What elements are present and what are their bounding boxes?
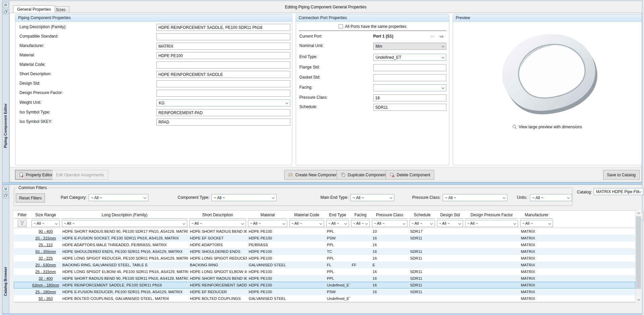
size-range-link[interactable]: 25 - 180mm — [35, 290, 56, 294]
nominal-unit-select[interactable]: Mm — [373, 43, 446, 50]
size-range-link[interactable]: 32 - 225 — [39, 256, 53, 260]
size-range-link[interactable]: 50 - 350 — [39, 297, 53, 301]
next-port-arrow-icon[interactable]: ⇨ — [440, 33, 444, 40]
compatible-standard-input[interactable] — [156, 33, 290, 40]
chevron-down-icon — [430, 222, 433, 224]
filter-design-std-select[interactable]: ~ All ~ — [437, 220, 463, 227]
column-header-pressure-class[interactable]: Pressure Class — [371, 211, 408, 219]
table-scrollbar[interactable] — [635, 210, 641, 302]
size-range-link[interactable]: 25 - 315mm — [35, 270, 56, 274]
manufacturer-input[interactable] — [156, 43, 290, 50]
size-range-link[interactable]: 50 - 355mm — [35, 250, 56, 254]
column-header-size-range[interactable]: Size Range — [31, 211, 61, 219]
weight-unit-select[interactable]: KG — [156, 99, 290, 106]
collapse-panel-button[interactable] — [3, 186, 8, 191]
end-type-select[interactable]: Undefined_ET — [373, 54, 446, 61]
size-range-link[interactable]: 20 - 630mm — [35, 263, 56, 267]
column-header-short-description[interactable]: Short Description — [188, 211, 247, 219]
filter-material-code-select[interactable]: ~ All ~ — [289, 220, 324, 227]
property-editor-button[interactable]: Property Editor — [15, 170, 57, 180]
filter-material-select[interactable]: ~ All ~ — [248, 220, 287, 227]
filter-end-type-select[interactable]: ~ All ~ — [326, 220, 349, 227]
common-filters-group: Common Filters Reset Filters Part Catego… — [14, 188, 573, 206]
table-row[interactable]: 32 - 400 HDPE SHORT RADIUS BEND 90, PE10… — [14, 275, 635, 282]
table-row[interactable]: 25 - 315mm HDPE LONG SPIGOT ELBOW 45, PE… — [14, 268, 635, 275]
column-header-material-code[interactable]: Material Code — [288, 211, 325, 219]
create-new-component-button[interactable]: Create New Component — [284, 170, 343, 180]
column-header-filter[interactable]: Filter — [14, 211, 31, 219]
apply-filter-button[interactable] — [18, 220, 27, 227]
material-code-cell — [288, 235, 325, 241]
column-header-material[interactable]: Material — [247, 211, 288, 219]
table-row[interactable]: 50 - 350 HDPE BOLTED COUPLINGS, GALVANIS… — [14, 295, 635, 302]
part-category-select[interactable]: ~ All ~ — [89, 194, 148, 201]
table-row[interactable]: 20 - 315mm HDPE E-FUSION SOCKET, PE100 S… — [14, 235, 635, 241]
component-type-select[interactable]: ~ All ~ — [211, 194, 277, 201]
main-end-type-select[interactable]: ~ All ~ — [350, 194, 394, 201]
filter-design-pressure-factor-select[interactable]: ~ All ~ — [465, 220, 518, 227]
flange-std-input[interactable] — [373, 64, 446, 71]
material-cell: HDPE PE100 — [247, 288, 288, 295]
catalog-select[interactable]: MATRIX HDPE Pipe Fitt — [594, 188, 643, 195]
float-panel-button[interactable] — [3, 9, 8, 14]
material-input[interactable] — [156, 52, 290, 59]
column-header-schedule[interactable]: Schedule — [408, 211, 436, 219]
previous-port-arrow-icon[interactable]: ⇦ — [430, 33, 435, 40]
column-header-design-pressure-factor[interactable]: Design Pressure Factor — [464, 211, 519, 219]
filter-facing-select[interactable]: ~ All ~ — [351, 220, 370, 227]
column-header-facing[interactable]: Facing — [350, 211, 371, 219]
gasket-std-input[interactable] — [373, 74, 446, 81]
size-range-link[interactable]: 90 - 400 — [39, 229, 53, 233]
size-range-link[interactable]: 20 - 315mm — [35, 236, 56, 240]
float-panel-button[interactable] — [3, 193, 8, 198]
all-ports-checkbox[interactable] — [339, 24, 343, 29]
table-row[interactable]: 90 - 400 HDPE SHORT RADIUS BEND 90, PE10… — [14, 228, 635, 235]
scroll-up-button[interactable] — [636, 210, 641, 216]
design-pressure-factor-input[interactable] — [156, 90, 290, 97]
design-std-cell — [436, 282, 464, 288]
table-row[interactable]: 25 - 180mm HDPE E-FUSION REDUCER, PE100 … — [14, 288, 635, 295]
size-range-link[interactable]: 63mm - 180mm — [32, 283, 59, 287]
reset-filters-button[interactable]: Reset Filters — [16, 193, 45, 203]
units-select[interactable]: ~ All ~ — [530, 194, 572, 201]
tab-general-properties[interactable]: General Properties — [13, 5, 55, 13]
filter-short-description-select[interactable]: ~ All ~ — [189, 220, 246, 227]
iso-symbol-type-input[interactable] — [156, 109, 290, 116]
column-header-long-description[interactable]: Long Description (Family) — [61, 211, 188, 219]
long-description-input[interactable] — [156, 24, 290, 31]
table-row[interactable]: 20 - 630mm BACKING RING, GALVANISED STEE… — [14, 262, 635, 268]
scroll-down-button[interactable] — [636, 296, 641, 302]
pressure-class-filter-select[interactable]: ~ All ~ — [443, 194, 507, 201]
column-header-end-type[interactable]: End Type — [325, 211, 350, 219]
filter-pressure-class-select[interactable]: ~ All ~ — [372, 220, 407, 227]
iso-symbol-skey-input[interactable] — [156, 119, 290, 126]
editor-tabstrip: Editing Piping Component General Propert… — [9, 1, 642, 13]
facing-cell — [350, 288, 371, 295]
design-pressure-factor-cell — [464, 262, 519, 268]
schedule-input[interactable] — [373, 104, 446, 111]
scrollbar-thumb[interactable] — [636, 216, 641, 289]
size-range-link[interactable]: 25 - 110 — [39, 243, 52, 247]
table-row[interactable]: 63mm - 180mm HDPE REINFORCEMENT SADDLE, … — [14, 282, 635, 288]
filter-long-description-select[interactable]: ~ All ~ — [62, 220, 187, 227]
collapse-panel-button[interactable] — [3, 2, 8, 8]
size-range-link[interactable]: 32 - 400 — [39, 276, 53, 280]
column-header-manufacturer[interactable]: Manufacturer — [519, 211, 554, 219]
table-row[interactable]: 50 - 355mm HDPE SHOULDERED ENDS, PE100 S… — [14, 248, 635, 255]
short-description-input[interactable] — [156, 71, 290, 78]
column-header-design-std[interactable]: Design Std — [436, 211, 464, 219]
edit-operator-assignments-button[interactable]: Edit Operator Assignments — [52, 170, 108, 180]
material-code-input[interactable] — [156, 61, 290, 69]
facing-select[interactable] — [373, 84, 446, 91]
design-std-input[interactable] — [156, 80, 290, 87]
view-large-preview-link[interactable]: View large preview with dimensions — [453, 125, 642, 129]
filter-manufacturer-select[interactable]: ~ All ~ — [520, 220, 553, 227]
filter-size-range-select[interactable]: ~ All ~ — [32, 220, 60, 227]
save-to-catalog-button[interactable]: Save to Catalog — [603, 170, 640, 180]
duplicate-component-button[interactable]: Duplicate Component — [337, 170, 390, 180]
table-row[interactable]: 32 - 225 HDPE LONG SPIGOT REDUCER, PE100… — [14, 255, 635, 262]
delete-component-button[interactable]: Delete Component — [386, 170, 434, 180]
pressure-class-input[interactable] — [373, 94, 446, 101]
table-row[interactable]: 25 - 110 HDPE ADAPTORS MALE THREADED, PE… — [14, 241, 635, 248]
filter-schedule-select[interactable]: ~ All ~ — [409, 220, 435, 227]
